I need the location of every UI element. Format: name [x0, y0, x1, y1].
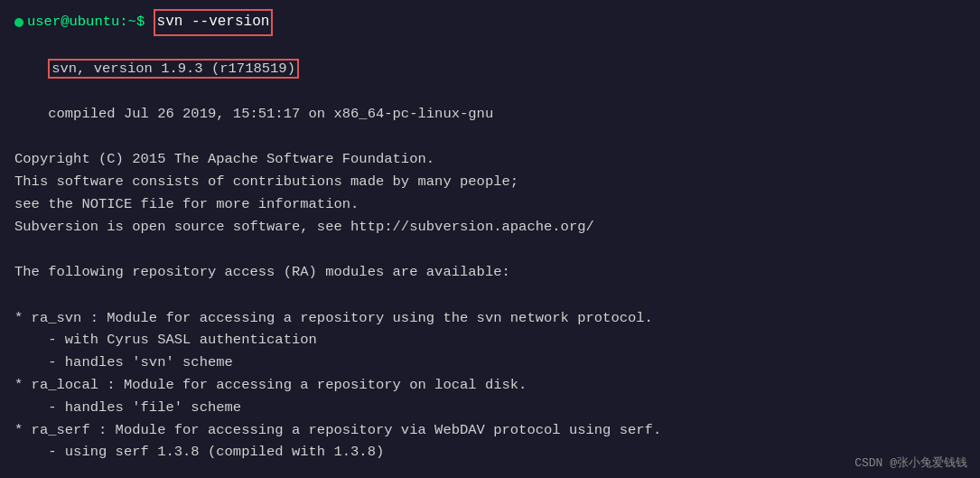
- see-notice-line: see the NOTICE file for more information…: [14, 193, 966, 216]
- this-software-line: This software consists of contributions …: [14, 171, 966, 193]
- ra-local-line: * ra_local : Module for accessing a repo…: [14, 374, 966, 397]
- prompt-user: user@ubuntu:~$: [27, 11, 145, 33]
- prompt-command: svn --version: [154, 9, 274, 36]
- serf-version-line: - using serf 1.3.8 (compiled with 1.3.8): [14, 441, 966, 464]
- prompt-space: [145, 11, 153, 33]
- dot-indicator: [14, 18, 23, 27]
- version-text: svn, version 1.9.3 (r1718519): [48, 59, 299, 79]
- empty-line-2: [14, 239, 966, 262]
- version-line: svn, version 1.9.3 (r1718519): [14, 36, 966, 103]
- terminal-window: user@ubuntu:~$ svn --version svn, versio…: [0, 0, 980, 478]
- cyrus-line: - with Cyrus SASL authentication: [14, 329, 966, 351]
- handles-file-line: - handles 'file' scheme: [14, 397, 966, 419]
- copyright-line: Copyright (C) 2015 The Apache Software F…: [14, 148, 966, 171]
- following-line: The following repository access (RA) mod…: [14, 261, 966, 284]
- watermark: CSDN @张小兔爱钱钱: [854, 455, 967, 471]
- subversion-line: Subversion is open source software, see …: [14, 216, 966, 239]
- empty-line-3: [14, 284, 966, 307]
- handles-svn-line: - handles 'svn' scheme: [14, 351, 966, 374]
- empty-line-1: [14, 126, 966, 149]
- ra-svn-line: * ra_svn : Module for accessing a reposi…: [14, 307, 966, 330]
- ra-serf-line: * ra_serf : Module for accessing a repos…: [14, 419, 966, 442]
- prompt-line: user@ubuntu:~$ svn --version: [14, 9, 966, 36]
- compiled-line: compiled Jul 26 2019, 15:51:17 on x86_64…: [14, 103, 966, 126]
